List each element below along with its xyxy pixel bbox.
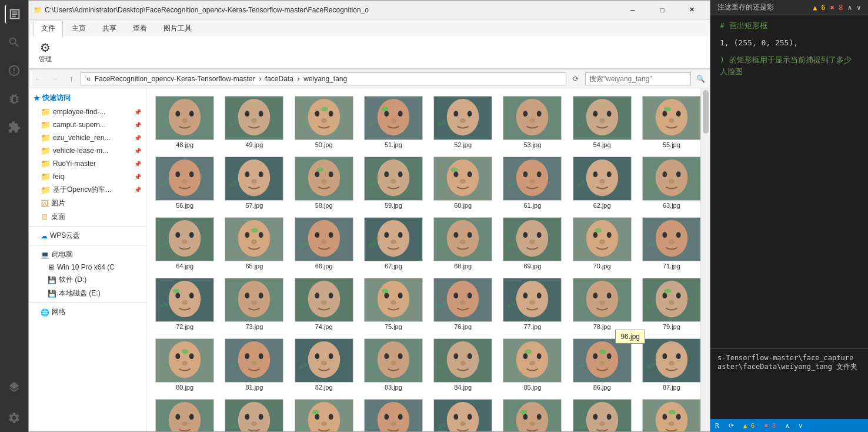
tree-item-network[interactable]: 🌐 网络 — [29, 305, 146, 319]
file-item[interactable]: 淘宝49.jpg — [221, 93, 288, 151]
file-label: 86.jpg — [593, 384, 611, 391]
svg-point-108 — [238, 220, 271, 257]
file-item[interactable]: 淘宝69.jpg — [499, 214, 566, 273]
file-item[interactable]: 淘宝50.jpg — [291, 93, 358, 151]
debug-icon[interactable] — [5, 89, 24, 108]
file-item[interactable]: 淘宝62.jpg — [569, 154, 636, 212]
svg-point-166 — [315, 293, 319, 298]
tree-item-opencv[interactable]: 📁 基于Opencv的车... 📌 — [29, 183, 146, 197]
file-item[interactable]: 淘宝57.jpg — [221, 154, 288, 212]
file-item[interactable]: 淘宝53.jpg — [499, 93, 566, 151]
file-item[interactable]: 淘宝59.jpg — [360, 154, 427, 212]
tree-item-pictures[interactable]: 🖼 图片 — [29, 197, 146, 210]
file-label: 50.jpg — [315, 141, 333, 148]
file-item[interactable]: 淘宝87.jpg — [638, 335, 705, 394]
file-item[interactable]: 淘宝48.jpg — [151, 93, 218, 151]
file-item[interactable]: 淘宝66.jpg — [291, 214, 358, 273]
file-label: 57.jpg — [245, 202, 263, 209]
git-icon[interactable] — [5, 61, 24, 80]
file-item[interactable]: 淘宝92.jpg — [429, 396, 496, 431]
file-item[interactable]: 淘宝54.jpg — [569, 93, 636, 151]
ribbon-manage-btn[interactable]: ⚙ 管理 — [34, 39, 57, 65]
ribbon-tab-file[interactable]: 文件 — [34, 21, 63, 36]
ribbon-tab-view[interactable]: 查看 — [125, 21, 155, 36]
file-item[interactable]: 淘宝63.jpg — [638, 154, 705, 212]
svg-point-122 — [384, 232, 389, 238]
file-item[interactable]: 淘宝52.jpg — [429, 93, 496, 151]
maximize-button[interactable]: □ — [649, 4, 676, 16]
settings-sidebar-icon[interactable] — [5, 408, 24, 427]
forward-button[interactable]: → — [48, 72, 62, 86]
tree-item-desktop[interactable]: 🖥 桌面 — [29, 210, 146, 224]
file-item[interactable]: 淘宝61.jpg — [499, 154, 566, 212]
scrollbar-thumb[interactable] — [701, 88, 710, 135]
file-item[interactable]: 淘宝77.jpg — [499, 275, 566, 333]
file-item[interactable]: 淘宝74.jpg — [291, 275, 358, 333]
tree-item-camput[interactable]: 📁 camput-supern... 📌 — [29, 118, 146, 131]
file-item[interactable]: 淘宝75.jpg — [360, 275, 427, 333]
file-item[interactable]: 淘宝73.jpg — [221, 275, 288, 333]
file-item[interactable]: 淘宝91.jpg — [360, 396, 427, 431]
tree-item-local-e[interactable]: 💾 本地磁盘 (E:) — [29, 287, 146, 300]
file-item[interactable]: 淘宝56.jpg — [151, 154, 218, 212]
ribbon-tab-home[interactable]: 主页 — [64, 21, 94, 36]
search-sidebar-icon[interactable] — [5, 33, 24, 52]
tree-item-ezu[interactable]: 📁 ezu_vehicle_ren... 📌 — [29, 131, 146, 144]
file-item[interactable]: 淘宝93.jpg — [499, 396, 566, 431]
ribbon-tab-share[interactable]: 共享 — [95, 21, 124, 36]
file-item[interactable]: 淘宝86.jpg — [569, 335, 636, 394]
scrollbar[interactable] — [700, 88, 710, 431]
svg-point-160 — [245, 293, 250, 298]
extensions-icon[interactable] — [5, 118, 24, 137]
file-item[interactable]: 淘宝89.jpg — [221, 396, 288, 431]
file-item[interactable]: 淘宝83.jpg — [360, 335, 427, 394]
quick-access-header[interactable]: ★ 快速访问 — [29, 91, 146, 105]
file-item[interactable]: 淘宝79.jpg — [638, 275, 705, 333]
file-item[interactable]: 淘宝72.jpg — [151, 275, 218, 333]
tree-item-wps[interactable]: ☁ WPS云盘 — [29, 229, 146, 242]
tree-item-vehicle[interactable]: 📁 vehicle-lease-m... 📌 — [29, 144, 146, 157]
file-item[interactable]: 淘宝94.jpg — [569, 396, 636, 431]
file-item[interactable]: 淘宝67.jpg — [360, 214, 427, 273]
file-item[interactable]: 淘宝84.jpg — [429, 335, 496, 394]
tree-item-ruoyi[interactable]: 📁 RuoYi-master 📌 — [29, 157, 146, 170]
address-input[interactable] — [81, 72, 566, 85]
ribbon-tab-picture-tools[interactable]: 图片工具 — [156, 21, 199, 36]
tree-item-this-pc[interactable]: 💻 此电脑 — [29, 248, 146, 261]
refresh-button[interactable]: ⟳ — [569, 72, 583, 86]
svg-point-47 — [676, 111, 681, 117]
minimize-button[interactable]: ─ — [619, 4, 646, 16]
file-item[interactable]: 淘宝90.jpg — [291, 396, 358, 431]
layers-icon[interactable] — [5, 378, 24, 397]
file-item[interactable]: 淘宝78.jpg — [569, 275, 636, 333]
file-item[interactable]: 淘宝51.jpg — [360, 93, 427, 151]
file-item[interactable]: 淘宝95.jpg — [638, 396, 705, 431]
file-item[interactable]: 淘宝58.jpg — [291, 154, 358, 212]
file-item[interactable]: 淘宝81.jpg — [221, 335, 288, 394]
file-item[interactable]: 淘宝65.jpg — [221, 214, 288, 273]
file-item[interactable]: 淘宝64.jpg — [151, 214, 218, 273]
file-item[interactable]: 淘宝60.jpg — [429, 154, 496, 212]
code-line-2: 1, (255, 0, 255), — [720, 37, 859, 49]
file-item[interactable]: 淘宝85.jpg — [499, 335, 566, 394]
file-item[interactable]: 淘宝76.jpg — [429, 275, 496, 333]
tree-item-win10[interactable]: 🖥 Win 10 Pro x64 (C — [29, 261, 146, 273]
vscode-top-bar: 注这里存的还是彩 ▲ 6 ✖ 8 ∧ ∨ — [710, 0, 868, 15]
tree-item-employee[interactable]: 📁 employee-find-... 📌 — [29, 105, 146, 118]
tree-item-feiq[interactable]: 📁 feiq 📌 — [29, 170, 146, 183]
file-item[interactable]: 淘宝88.jpg — [151, 396, 218, 431]
file-item[interactable]: 淘宝55.jpg — [638, 93, 705, 151]
back-button[interactable]: ← — [31, 72, 45, 86]
explorer-icon[interactable] — [5, 5, 24, 24]
search-input[interactable] — [585, 72, 691, 85]
file-item[interactable]: 淘宝80.jpg — [151, 335, 218, 394]
search-button[interactable]: 🔍 — [693, 72, 707, 86]
tree-item-software-d[interactable]: 💾 软件 (D:) — [29, 273, 146, 287]
file-item[interactable]: 淘宝82.jpg — [291, 335, 358, 394]
file-item[interactable]: 淘宝71.jpg — [638, 214, 705, 273]
file-item[interactable]: 淘宝70.jpg — [569, 214, 636, 273]
up-button[interactable]: ↑ — [64, 72, 78, 86]
file-item[interactable]: 淘宝68.jpg — [429, 214, 496, 273]
folder-icon: 📁 — [41, 172, 51, 181]
close-button[interactable]: ✕ — [678, 4, 705, 16]
